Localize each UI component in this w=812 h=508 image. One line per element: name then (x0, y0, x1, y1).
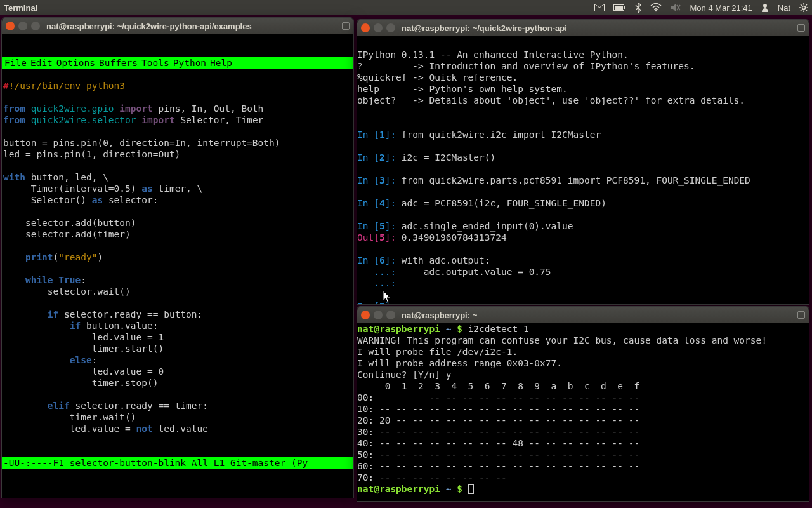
sh-output: 30: -- -- -- -- -- -- -- -- -- -- -- -- … (357, 427, 639, 437)
emacs-menubar[interactable]: File Edit Options Buffers Tools Python H… (2, 57, 353, 69)
code-line: selector.ready == timer: (70, 401, 208, 411)
maximize-icon[interactable] (386, 23, 395, 32)
menu-options[interactable]: Options (55, 57, 96, 69)
ipy-header: IPython 0.13.1 -- An enhanced Interactiv… (357, 49, 809, 106)
shebang: !/usr/bin/env python3 (9, 81, 125, 91)
sh-output: 60: -- -- -- -- -- -- -- -- -- -- -- -- … (357, 461, 639, 471)
window-title: nat@raspberrypi: ~/quick2wire-python-api… (46, 22, 252, 31)
code-line: : (92, 355, 98, 365)
svg-rect-3 (615, 6, 623, 10)
panel-indicators: Mon 4 Mar 21:41 Nat (594, 3, 808, 13)
menu-tools[interactable]: Tools (140, 57, 171, 69)
imports1: pins, In, Out, Both (158, 104, 263, 114)
code-line: ( (53, 252, 59, 262)
kw-if: if (48, 309, 58, 319)
window-menu-icon[interactable] (797, 24, 805, 32)
minimize-icon[interactable] (18, 22, 27, 30)
code-line (3, 275, 25, 285)
kw-from: from (3, 115, 25, 125)
sh-host: nat@raspberrypi (357, 484, 440, 494)
code-line: timer.stop() (3, 378, 158, 388)
code-line: Selector() (3, 195, 92, 205)
code-line: selector.ready == button: (58, 309, 202, 319)
bluetooth-icon[interactable] (635, 3, 641, 13)
kw-elif: elif (48, 401, 70, 411)
code-line: Timer(interval=0.5) (3, 184, 141, 194)
code-line: selector.wait() (3, 286, 131, 297)
close-icon[interactable] (6, 22, 15, 30)
window-title: nat@raspberrypi: ~/quick2wire-python-api (402, 23, 567, 33)
code-line (3, 252, 25, 262)
code-line: button, led, \ (25, 172, 108, 182)
close-icon[interactable] (361, 311, 370, 319)
module1: quick2wire.gpio (31, 104, 114, 114)
code-line (3, 309, 48, 319)
kw-as: as (141, 184, 152, 194)
svg-point-8 (802, 6, 806, 10)
menu-help[interactable]: Help (209, 57, 233, 69)
shell-area[interactable]: nat@raspberrypi ~ $ i2cdetect 1 WARNING!… (357, 323, 809, 501)
code-line: : (81, 275, 86, 285)
terminal-window-emacs[interactable]: nat@raspberrypi: ~/quick2wire-python-api… (1, 17, 354, 498)
svg-rect-2 (624, 6, 625, 9)
window-menu-icon[interactable] (797, 311, 805, 319)
code-line: led.value = (3, 424, 136, 434)
titlebar-shell[interactable]: nat@raspberrypi: ~ (357, 307, 809, 323)
volume-icon[interactable] (671, 3, 681, 12)
code-line: timer, \ (153, 184, 203, 194)
user-icon[interactable] (761, 3, 769, 12)
ipy-line: In [1]: from quick2wire.i2c import I2CMa… (357, 117, 809, 304)
code-area[interactable]: #!/usr/bin/env python3 from quick2wire.g… (2, 80, 353, 434)
terminal-window-ipython[interactable]: nat@raspberrypi: ~/quick2wire-python-api… (357, 19, 809, 305)
sh-output: 00: -- -- -- -- -- -- -- -- -- -- -- -- … (357, 392, 639, 403)
module2: quick2wire.selector (31, 115, 136, 125)
menu-file[interactable]: File (3, 57, 28, 69)
imports2: Selector, Timer (180, 115, 263, 125)
sh-output: 50: -- -- -- -- -- -- -- -- -- -- -- -- … (357, 450, 639, 460)
sh-path: ~ (446, 324, 452, 334)
kw-not: not (136, 424, 153, 434)
cursor (468, 484, 474, 494)
kw-true: True (58, 275, 81, 285)
svg-line-14 (806, 10, 807, 11)
code-line: led.value (153, 424, 208, 434)
svg-point-7 (763, 4, 767, 8)
maximize-icon[interactable] (386, 311, 395, 319)
ipython-area[interactable]: IPython 0.13.1 -- An enhanced Interactiv… (357, 36, 809, 304)
wifi-icon[interactable] (650, 3, 662, 12)
menu-python[interactable]: Python (172, 57, 207, 69)
close-icon[interactable] (361, 23, 370, 32)
sh-path: ~ (446, 484, 452, 494)
svg-point-4 (655, 10, 657, 11)
battery-icon[interactable] (613, 4, 626, 11)
mail-icon[interactable] (594, 4, 605, 11)
user-label[interactable]: Nat (778, 3, 790, 13)
menu-buffers[interactable]: Buffers (98, 57, 139, 69)
kw-import: import (141, 115, 174, 125)
gear-icon[interactable] (799, 3, 808, 12)
kw-as: as (92, 195, 103, 205)
active-app-label: Terminal (4, 3, 37, 13)
terminal-window-shell[interactable]: nat@raspberrypi: ~ nat@raspberrypi ~ $ i… (357, 306, 809, 502)
titlebar-emacs[interactable]: nat@raspberrypi: ~/quick2wire-python-api… (2, 18, 353, 34)
top-panel: Terminal Mon 4 Mar 21:41 Nat (0, 0, 812, 15)
maximize-icon[interactable] (31, 22, 40, 30)
kw-print: print (25, 252, 53, 262)
emacs-buffer[interactable]: File Edit Options Buffers Tools Python H… (2, 34, 353, 498)
window-title: nat@raspberrypi: ~ (402, 311, 477, 320)
sh-output: I will probe address range 0x03-0x77. (357, 358, 562, 368)
kw-else: else (70, 355, 92, 365)
sh-output: 40: -- -- -- -- -- -- -- -- 48 -- -- -- … (357, 438, 639, 448)
code-line: led.value = 0 (3, 366, 164, 377)
sh-output: 20: 20 -- -- -- -- -- -- -- -- -- -- -- … (357, 415, 639, 425)
sh-output: I will probe file /dev/i2c-1. (357, 347, 518, 357)
clock-label[interactable]: Mon 4 Mar 21:41 (690, 3, 752, 13)
window-menu-icon[interactable] (342, 22, 350, 30)
code-line: selector.add(button) (3, 218, 136, 228)
code-line: button = pins.pin(0, direction=In, inter… (3, 138, 280, 148)
minimize-icon[interactable] (374, 23, 383, 32)
titlebar-ipython[interactable]: nat@raspberrypi: ~/quick2wire-python-api (357, 20, 809, 36)
menu-edit[interactable]: Edit (29, 57, 54, 69)
string: "ready" (58, 252, 97, 262)
minimize-icon[interactable] (374, 311, 383, 319)
